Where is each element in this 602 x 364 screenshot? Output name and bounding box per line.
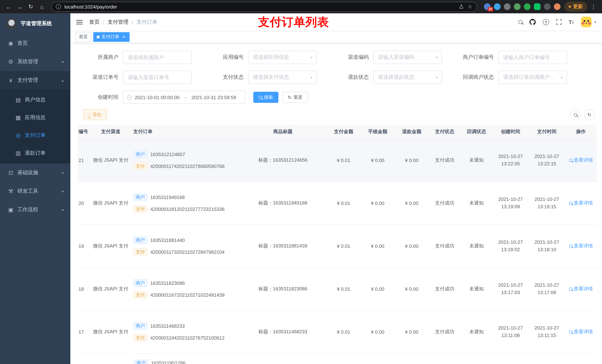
view-detail-link[interactable]: 查看详情: [569, 157, 593, 164]
sidebar-item-payment[interactable]: ¥ 支付管理 ▴: [0, 71, 70, 90]
breadcrumb-home[interactable]: 首页: [89, 19, 100, 25]
update-button[interactable]: 更新: [564, 1, 587, 12]
cell-id: 19: [78, 225, 90, 268]
cell-fee: ¥ 0.00: [361, 268, 395, 310]
cell-status: 支付成功: [429, 182, 461, 225]
time: 13:11:15: [531, 332, 563, 339]
font-size-icon[interactable]: TT: [569, 19, 574, 25]
sidebar-item-system[interactable]: ⚙ 系统管理 ▾: [0, 52, 70, 71]
sidebar-item-label: 支付管理: [17, 77, 38, 83]
select-placeholder: 请选择订单回调商户状态: [503, 74, 558, 81]
export-label: 导出: [93, 112, 101, 118]
sidebar-item-refund-order[interactable]: ▥ 退款订单: [0, 144, 70, 162]
refund-status-select[interactable]: 请选择退款状态▾: [373, 71, 442, 84]
cell-channel: 微信 JSAPI 支付: [90, 182, 131, 225]
browser-menu-icon[interactable]: ⋮: [589, 2, 598, 11]
view-detail-label: 查看详情: [574, 157, 593, 164]
extension-icon[interactable]: [534, 3, 540, 10]
refresh-icon: ↻: [288, 95, 292, 100]
sidebar-item-home[interactable]: ◉ 首页: [0, 34, 70, 52]
pay-tag: 支付: [133, 291, 147, 299]
cell-action: 查看详情: [565, 310, 597, 353]
date-start: 2021-10-01 00:00:00: [135, 94, 179, 100]
sidebar-item-pay-order[interactable]: ◎ 支付订单: [0, 126, 70, 144]
profile-avatar-icon[interactable]: [554, 3, 560, 10]
filter-pay-status: 支付状态 请选择支付状态▾: [208, 71, 317, 84]
fullscreen-icon[interactable]: [556, 19, 562, 25]
export-button[interactable]: ↓导出: [83, 109, 107, 120]
pay-order-table: 编号 支付渠道 支付订单 商品标题 支付金额 手续金额 退款金额 支付状态 回调…: [78, 125, 597, 364]
cell-pay-time: 2021-10-2713:18:10: [529, 225, 565, 268]
view-detail-link[interactable]: 查看详情: [569, 329, 593, 335]
sidebar-item-app-info[interactable]: ▦ 应用信息: [0, 109, 70, 126]
table-row[interactable]: 20 微信 JSAPI 支付 商户1635311949168 支付4200001…: [78, 182, 597, 225]
browser-home-icon[interactable]: ⌂: [37, 2, 47, 11]
reload-icon[interactable]: ↻: [26, 2, 35, 11]
app-select[interactable]: 请选择应用信息▾: [248, 51, 317, 64]
view-detail-link[interactable]: 查看详情: [569, 200, 593, 207]
help-icon[interactable]: ?: [543, 19, 549, 25]
extension-icon[interactable]: [544, 3, 550, 10]
table-row[interactable]: 18 微信 JSAPI 支付 商户1635311823086 支付4200001…: [78, 268, 597, 310]
breadcrumb: 首页 / 支付管理 / 支付订单: [89, 19, 157, 25]
view-detail-link[interactable]: 查看详情: [569, 286, 593, 292]
pay-status-select[interactable]: 请选择支付状态▾: [248, 71, 317, 84]
merchant-order-no-input[interactable]: [498, 51, 567, 64]
notify-status-select[interactable]: 请选择订单回调商户状态▾: [498, 71, 567, 84]
breadcrumb-current: 支付订单: [137, 19, 157, 25]
table-row-partial[interactable]: 商户1635311951786: [78, 353, 597, 364]
extension-icon[interactable]: [524, 3, 531, 10]
col-title: 商品标题: [239, 125, 327, 139]
merchant-input[interactable]: [123, 51, 192, 64]
sidebar-item-dev-tools[interactable]: ⚒ 研发工具 ▾: [0, 182, 70, 200]
reset-button[interactable]: ↻重置: [282, 92, 308, 103]
sidebar-menu: ◉ 首页 ⚙ 系统管理 ▾ ¥ 支付管理 ▴ ▤ 商户信息: [0, 34, 70, 364]
back-icon[interactable]: ←: [4, 2, 13, 11]
channel-code-select[interactable]: 请输入渠道编码▾: [373, 51, 442, 64]
logo-image: [6, 18, 17, 29]
extension-icon[interactable]: [504, 3, 511, 10]
toggle-search-button[interactable]: [570, 110, 580, 120]
hamburger-icon[interactable]: [76, 22, 83, 22]
table-row[interactable]: 21 微信 JSAPI 支付 商户1635312124657 支付4200001…: [78, 139, 597, 182]
sidebar-item-merchant-info[interactable]: ▤ 商户信息: [0, 91, 70, 109]
sidebar-item-workflow[interactable]: ▣ 工作流程 ▾: [0, 200, 70, 219]
tab-home[interactable]: 首页: [75, 32, 91, 42]
breadcrumb-section[interactable]: 支付管理: [108, 19, 129, 25]
col-action: 操作: [565, 125, 597, 139]
forward-icon[interactable]: →: [15, 2, 24, 11]
extension-icon[interactable]: [514, 3, 521, 10]
tab-pay-order[interactable]: 支付订单 ×: [93, 32, 129, 42]
table-row[interactable]: 19 微信 JSAPI 支付 商户1635311881440 支付4200001…: [78, 225, 597, 268]
cell-order: 商户1635311949168 支付4200001181202110277723…: [131, 182, 239, 225]
github-icon[interactable]: [529, 19, 536, 25]
search-icon[interactable]: [518, 20, 522, 24]
date-separator: -: [182, 94, 188, 100]
extension-icon[interactable]: [494, 3, 501, 10]
search-button[interactable]: 搜索: [253, 92, 279, 103]
tools-icon: ⚒: [7, 188, 15, 195]
share-icon[interactable]: [459, 4, 464, 9]
cell-status: 支付成功: [429, 225, 461, 268]
close-tab-icon[interactable]: ×: [121, 34, 126, 39]
app-logo[interactable]: 芋道管理系统: [0, 13, 70, 34]
cell-order: 商户1635312124657 支付4200001174202110278060…: [131, 139, 239, 182]
filter-merchant-order-no: 商户订单编号: [458, 51, 567, 64]
filter-channel-order-no: 渠道订单号: [83, 71, 192, 84]
sidebar-item-label: 系统管理: [17, 58, 38, 65]
chevron-down-icon: ▾: [62, 208, 64, 212]
magnifier-icon: [569, 201, 572, 205]
cell-channel: 微信 JSAPI 支付: [90, 139, 131, 182]
bookmark-star-icon[interactable]: ☆: [467, 3, 473, 10]
extension-icon[interactable]: 10: [484, 3, 491, 10]
channel-order-no-input[interactable]: [123, 71, 192, 84]
view-detail-link[interactable]: 查看详情: [569, 243, 593, 249]
site-info-icon[interactable]: i: [56, 4, 61, 9]
sidebar-item-infra[interactable]: ⊡ 基础设施 ▾: [0, 164, 70, 182]
user-avatar[interactable]: [581, 17, 592, 27]
address-bar[interactable]: i localhost:1024/pay/order ☆: [51, 2, 477, 12]
table-row[interactable]: 17 微信 JSAPI 支付 商户1635311468233 支付4200001…: [78, 310, 597, 353]
date: 2021-10-27: [531, 239, 563, 246]
refresh-table-button[interactable]: ↻: [584, 110, 595, 120]
date-range-picker[interactable]: 2021-10-01 00:00:00 - 2021-10-31 23:59:5…: [123, 91, 245, 104]
